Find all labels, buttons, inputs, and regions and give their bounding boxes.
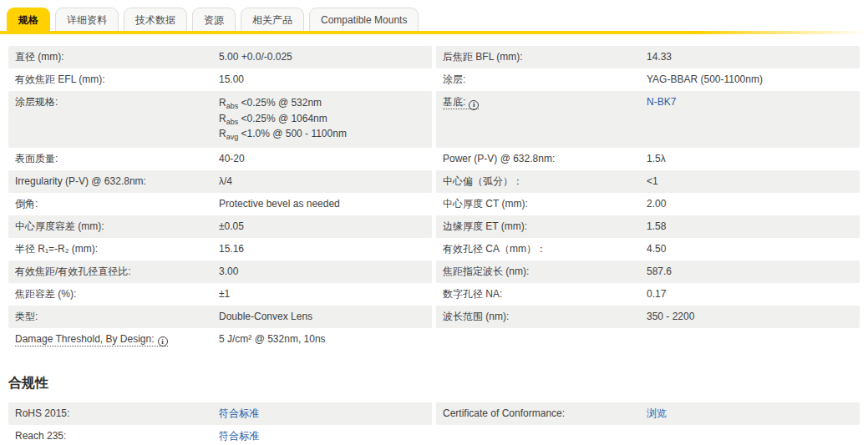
spec-cell: Reach 235:符合标准 [8, 425, 432, 445]
spec-cell-empty [436, 425, 860, 445]
spec-cell: Irregularity (P-V) @ 632.8nm:λ/4 [8, 170, 432, 193]
spec-value: ±0.05 [219, 220, 425, 233]
spec-table: 直径 (mm):5.00 +0.0/-0.025后焦距 BFL (mm):14.… [8, 46, 860, 351]
spec-cell-empty [436, 328, 860, 352]
spec-cell: 有效孔径 CA（mm）：4.50 [436, 238, 860, 260]
spec-label: 边缘厚度 ET (mm): [443, 220, 647, 233]
spec-label-text: 有效焦距 EFL (mm): [15, 73, 105, 85]
spec-label-text: 基底:i [443, 96, 479, 109]
spec-cell: 中心厚度容差 (mm):±0.05 [8, 215, 432, 238]
spec-label: Damage Threshold, By Design:i [15, 333, 219, 347]
spec-cell: 半径 R₁=-R₂ (mm):15.16 [8, 238, 432, 260]
spec-row: 有效焦距/有效孔径直径比:3.00焦距指定波长 (nm):587.6 [8, 260, 860, 283]
spec-row: Reach 235:符合标准 [8, 425, 860, 445]
tab-resources[interactable]: 资源 [192, 8, 236, 31]
spec-label: Reach 235: [15, 430, 219, 442]
spec-label: 中心偏（弧分）： [443, 175, 647, 188]
compliance-heading: 合规性 [8, 375, 868, 392]
spec-value: 40-20 [219, 153, 425, 165]
tab-accent-underline [0, 31, 868, 34]
spec-label-text: 类型: [15, 311, 38, 322]
spec-label-text: 中心偏（弧分）： [443, 175, 523, 187]
spec-label: 表面质量: [15, 153, 219, 165]
spec-value: Protective bevel as needed [219, 198, 425, 210]
spec-label: 涂层: [443, 73, 647, 86]
spec-label: 中心厚度 CT (mm): [443, 198, 647, 210]
spec-value-link[interactable]: N-BK7 [647, 96, 676, 108]
spec-cell: Certificate of Conformance:浏览 [436, 402, 860, 425]
spec-label: 波长范围 (nm): [443, 311, 647, 323]
spec-value: 5.00 +0.0/-0.025 [219, 51, 425, 63]
spec-label-text: Power (P-V) @ 632.8nm: [443, 153, 555, 164]
info-icon[interactable]: i [469, 100, 479, 110]
spec-value: N-BK7 [647, 96, 853, 109]
spec-cell: 中心厚度 CT (mm):2.00 [436, 193, 860, 215]
spec-cell: 波长范围 (nm):350 - 2200 [436, 306, 860, 328]
spec-cell: 基底:iN-BK7 [436, 91, 860, 148]
tab-related-products[interactable]: 相关产品 [241, 8, 304, 31]
spec-label-text: 后焦距 BFL (mm): [443, 51, 523, 63]
spec-cell: 后焦距 BFL (mm):14.33 [436, 46, 860, 68]
spec-label-text: 半径 R₁=-R₂ (mm): [15, 243, 98, 255]
spec-value-link[interactable]: 浏览 [647, 407, 667, 419]
tab-bar: 规格详细资料技术数据资源相关产品Compatible Mounts [0, 0, 868, 34]
spec-value: 15.16 [219, 243, 425, 255]
spec-value: 14.33 [647, 51, 853, 63]
spec-label: 焦距指定波长 (nm): [443, 265, 647, 278]
tab-details[interactable]: 详细资料 [55, 8, 119, 31]
spec-value: 3.00 [219, 265, 425, 278]
compliance-table: RoHS 2015:符合标准Certificate of Conformance… [8, 402, 860, 445]
spec-cell: 焦距指定波长 (nm):587.6 [436, 260, 860, 283]
spec-cell: 焦距容差 (%):±1 [8, 283, 432, 306]
spec-value: 0.17 [647, 288, 853, 301]
spec-value: 4.50 [647, 243, 853, 255]
spec-cell: 有效焦距 EFL (mm):15.00 [8, 68, 432, 91]
tab-compatible-mounts[interactable]: Compatible Mounts [309, 8, 419, 31]
spec-label: Irregularity (P-V) @ 632.8nm: [15, 175, 219, 188]
spec-cell: 涂层规格:Rabs <0.25% @ 532nmRabs <0.25% @ 10… [8, 91, 432, 148]
spec-value: YAG-BBAR (500-1100nm) [647, 73, 853, 86]
spec-value-link[interactable]: 符合标准 [219, 430, 259, 442]
tab-technical-data[interactable]: 技术数据 [124, 8, 187, 31]
spec-label-text: Certificate of Conformance: [443, 407, 565, 419]
spec-label-text: 涂层规格: [15, 96, 58, 108]
spec-label: Power (P-V) @ 632.8nm: [443, 153, 647, 165]
spec-row: 半径 R₁=-R₂ (mm):15.16有效孔径 CA（mm）：4.50 [8, 238, 860, 260]
spec-value: 浏览 [647, 407, 853, 420]
spec-cell: RoHS 2015:符合标准 [8, 402, 432, 425]
tab-strip: 规格详细资料技术数据资源相关产品Compatible Mounts [0, 8, 868, 31]
spec-label-text: 焦距指定波长 (nm): [443, 265, 529, 277]
spec-cell: 数字孔径 NA:0.17 [436, 283, 860, 306]
spec-value-link[interactable]: 符合标准 [219, 407, 259, 419]
spec-value: 1.58 [647, 220, 853, 233]
spec-label: 倒角: [15, 198, 219, 210]
spec-value: ±1 [219, 288, 425, 301]
spec-label: 中心厚度容差 (mm): [15, 220, 219, 233]
spec-value: 5 J/cm² @ 532nm, 10ns [219, 333, 425, 346]
spec-cell: Power (P-V) @ 632.8nm:1.5λ [436, 148, 860, 170]
spec-row: 直径 (mm):5.00 +0.0/-0.025后焦距 BFL (mm):14.… [8, 46, 860, 68]
spec-row: RoHS 2015:符合标准Certificate of Conformance… [8, 402, 860, 425]
spec-value: <1 [647, 175, 853, 188]
spec-label-text: 倒角: [15, 198, 38, 210]
spec-label-text: 涂层: [443, 73, 465, 85]
info-icon[interactable]: i [158, 336, 168, 346]
spec-label-text: 边缘厚度 ET (mm): [443, 220, 527, 232]
tab-specs[interactable]: 规格 [7, 8, 50, 31]
spec-cell: 表面质量:40-20 [8, 148, 432, 170]
spec-label-text: RoHS 2015: [15, 407, 69, 419]
spec-label: Certificate of Conformance: [443, 407, 647, 420]
spec-value-line: Rabs <0.25% @ 532nm [219, 96, 425, 112]
spec-label-text: 波长范围 (nm): [443, 311, 509, 322]
spec-label-text: Reach 235: [15, 430, 66, 442]
spec-cell: 有效焦距/有效孔径直径比:3.00 [8, 260, 432, 283]
spec-label-text: Damage Threshold, By Design:i [15, 333, 168, 346]
spec-row: 中心厚度容差 (mm):±0.05边缘厚度 ET (mm):1.58 [8, 215, 860, 238]
spec-value: 15.00 [219, 73, 425, 86]
spec-value: 符合标准 [219, 407, 425, 420]
spec-row: 表面质量:40-20Power (P-V) @ 632.8nm:1.5λ [8, 148, 860, 170]
spec-value: 587.6 [647, 265, 853, 278]
spec-value-line: Ravg <1.0% @ 500 - 1100nm [219, 127, 425, 143]
spec-label-text: 直径 (mm): [15, 51, 64, 63]
spec-cell: Damage Threshold, By Design:i5 J/cm² @ 5… [8, 328, 432, 352]
